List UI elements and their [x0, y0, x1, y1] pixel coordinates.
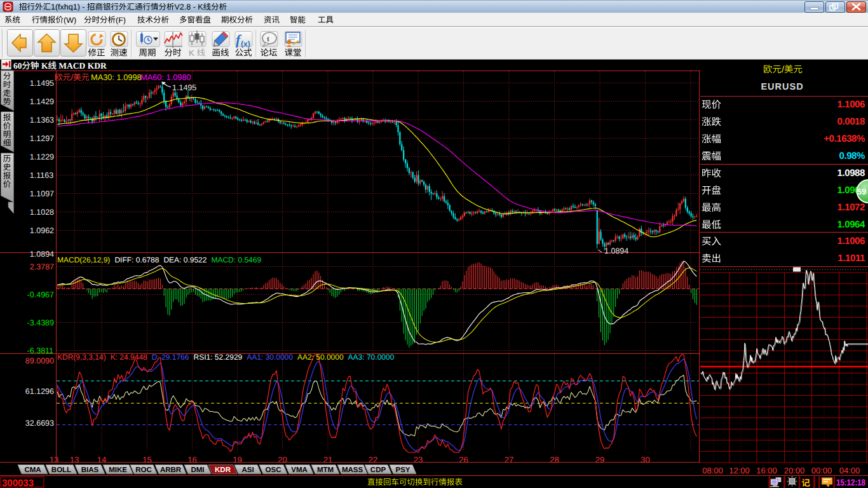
- svg-text:16:00: 16:00: [756, 466, 777, 475]
- svg-text:21: 21: [323, 455, 332, 464]
- svg-text:1.0988: 1.0988: [837, 168, 865, 179]
- svg-text:1.1495: 1.1495: [172, 83, 196, 92]
- svg-text:1.1429: 1.1429: [30, 97, 54, 106]
- svg-text:MA60: 1.0980: MA60: 1.0980: [140, 72, 191, 82]
- svg-text:1.1006: 1.1006: [837, 99, 865, 110]
- svg-text:15:12:18: 15:12:18: [836, 477, 865, 487]
- svg-text:DEA: 0.9522: DEA: 0.9522: [163, 255, 207, 264]
- svg-text:14: 14: [97, 455, 106, 464]
- svg-text:VMA: VMA: [291, 466, 308, 474]
- svg-text:t: t: [267, 34, 269, 43]
- svg-text:(F): (F): [116, 16, 126, 25]
- svg-text:KDR: KDR: [215, 466, 231, 474]
- svg-text:BIAS: BIAS: [81, 466, 99, 474]
- svg-text:ASI: ASI: [241, 466, 254, 474]
- svg-text:1.1028: 1.1028: [30, 208, 54, 217]
- svg-text:300033: 300033: [2, 478, 34, 488]
- svg-text:20: 20: [278, 455, 287, 464]
- svg-text:DIFF: 0.6788: DIFF: 0.6788: [114, 255, 159, 264]
- svg-text:OSC: OSC: [266, 466, 281, 474]
- svg-text:CMA: CMA: [24, 466, 41, 474]
- svg-text:KDR(9,3,3,14): KDR(9,3,3,14): [57, 353, 106, 362]
- svg-text:23: 23: [414, 455, 423, 464]
- svg-text:ROC: ROC: [135, 466, 152, 474]
- svg-text:MACD(26,12,9): MACD(26,12,9): [57, 255, 110, 264]
- svg-text:0.0018: 0.0018: [837, 116, 865, 127]
- svg-text:28: 28: [550, 455, 559, 464]
- svg-text:MASS: MASS: [342, 466, 363, 474]
- svg-text:32.6693: 32.6693: [25, 419, 54, 428]
- svg-text:D: 29.1766: D: 29.1766: [152, 353, 189, 362]
- svg-text:-0.4967: -0.4967: [27, 290, 54, 299]
- svg-text:AA2: 50.0000: AA2: 50.0000: [297, 353, 344, 362]
- svg-text:1.1006: 1.1006: [837, 236, 865, 247]
- svg-text:/: /: [71, 72, 74, 82]
- svg-text:29: 29: [595, 455, 604, 464]
- svg-text:00:00: 00:00: [811, 466, 832, 475]
- svg-text:1.1363: 1.1363: [30, 116, 54, 125]
- svg-text:61.1296: 61.1296: [25, 387, 54, 396]
- svg-text:ARBR: ARBR: [160, 466, 182, 474]
- svg-text:AA1: 30.0000: AA1: 30.0000: [247, 353, 293, 362]
- svg-text:1.1072: 1.1072: [837, 202, 865, 213]
- svg-text:K: 24.9448: K: 24.9448: [111, 353, 147, 362]
- svg-text:12:00: 12:00: [729, 466, 750, 475]
- svg-text:15: 15: [142, 455, 151, 464]
- svg-text:1.1011: 1.1011: [837, 253, 865, 264]
- svg-text:08:00: 08:00: [702, 466, 723, 475]
- svg-text:RSI1: 52.2929: RSI1: 52.2929: [194, 353, 243, 362]
- svg-text:MACD: 0.5469: MACD: 0.5469: [211, 255, 261, 264]
- svg-text:60: 60: [13, 61, 22, 71]
- svg-text:19: 19: [233, 455, 241, 464]
- svg-text:20:00: 20:00: [784, 466, 805, 475]
- svg-text:26: 26: [459, 455, 468, 464]
- svg-text:K: K: [39, 61, 48, 71]
- svg-text:1.0894: 1.0894: [30, 250, 54, 259]
- svg-text:1.1097: 1.1097: [30, 189, 54, 198]
- svg-text:-3.4389: -3.4389: [27, 318, 54, 327]
- svg-text:1.1163: 1.1163: [30, 171, 53, 180]
- svg-text:MACD KDR: MACD KDR: [57, 61, 107, 71]
- svg-text:PSY: PSY: [395, 466, 410, 474]
- svg-text:MA30: 1.0998: MA30: 1.0998: [91, 72, 142, 82]
- svg-text:V2.8 - K: V2.8 - K: [175, 3, 204, 11]
- svg-text:89.0090: 89.0090: [25, 356, 54, 365]
- svg-text:EURUSD: EURUSD: [761, 82, 803, 92]
- svg-text:K: K: [189, 48, 197, 58]
- svg-text:(x): (x): [241, 39, 250, 48]
- svg-text:AA3: 70.0000: AA3: 70.0000: [348, 353, 395, 362]
- svg-text:04:00: 04:00: [839, 466, 860, 475]
- svg-text:1(fxhq1) -: 1(fxhq1) -: [51, 3, 87, 11]
- svg-text:59: 59: [857, 187, 866, 196]
- svg-text:27: 27: [505, 455, 513, 464]
- svg-text:1.1297: 1.1297: [30, 134, 54, 143]
- svg-text:1.1229: 1.1229: [30, 152, 54, 161]
- svg-text:16: 16: [187, 455, 196, 464]
- svg-text:13: 13: [70, 455, 79, 464]
- svg-text:1.0964: 1.0964: [837, 219, 866, 230]
- svg-text:CDP: CDP: [370, 466, 386, 474]
- svg-text:30: 30: [641, 455, 649, 464]
- svg-text:1.0962: 1.0962: [30, 226, 54, 235]
- svg-text:1.0894: 1.0894: [604, 247, 628, 255]
- svg-text:(W): (W): [64, 16, 76, 25]
- svg-text:MIKE: MIKE: [109, 466, 127, 474]
- svg-text:22: 22: [369, 455, 377, 464]
- svg-text:0.98%: 0.98%: [839, 151, 865, 161]
- svg-text:MTM: MTM: [317, 466, 334, 474]
- svg-text:13: 13: [50, 455, 58, 464]
- svg-text:2.3787: 2.3787: [30, 262, 54, 271]
- svg-text:-6.3811: -6.3811: [27, 346, 54, 355]
- svg-text:+0.1638%: +0.1638%: [824, 133, 865, 144]
- svg-text:BOLL: BOLL: [51, 466, 71, 474]
- svg-text:DMI: DMI: [191, 466, 204, 474]
- svg-text:1.1495: 1.1495: [30, 79, 54, 88]
